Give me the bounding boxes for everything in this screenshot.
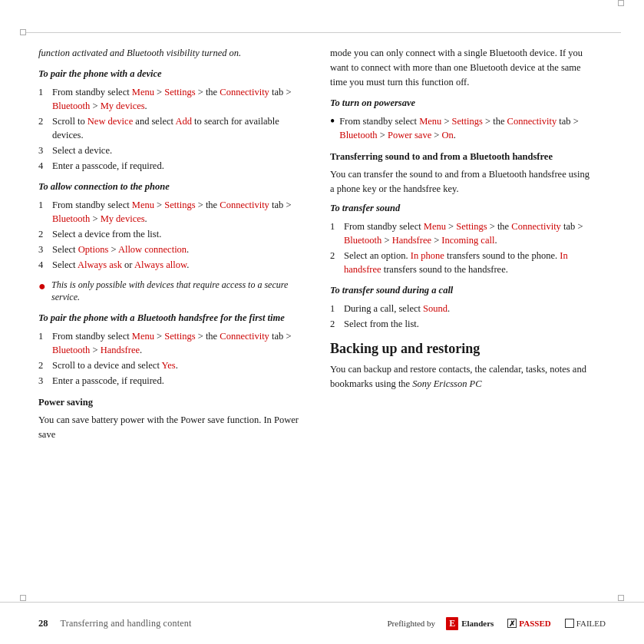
- list-num: 1: [330, 220, 344, 247]
- list-num: 2: [38, 227, 52, 241]
- preflighted-label: Preflighted by: [387, 619, 435, 628]
- footer-section-label: Transferring and handling content: [61, 618, 192, 629]
- elanders-e-icon: E: [446, 617, 458, 630]
- backing-up-heading: Backing up and restoring: [330, 340, 591, 358]
- list-text: Select from the list.: [344, 317, 591, 331]
- list-item: 4 Enter a passcode, if required.: [38, 159, 307, 173]
- link-in-phone[interactable]: In phone: [411, 250, 444, 261]
- link-settings[interactable]: Settings: [164, 87, 195, 97]
- list-num: 4: [38, 258, 52, 272]
- section-allow-connection-heading: To allow connection to the phone: [38, 180, 307, 194]
- list-text: Select Options > Allow connection.: [52, 243, 307, 256]
- pair-device-list: 1 From standby select Menu > Settings > …: [38, 85, 307, 173]
- list-num: 2: [330, 317, 344, 331]
- page-number: 28: [38, 618, 48, 629]
- link-always-ask[interactable]: Always ask: [78, 259, 122, 270]
- link-handsfree[interactable]: Handsfree: [101, 345, 140, 355]
- list-text: Select Always ask or Always allow.: [52, 258, 307, 272]
- list-item: 3 Select a device.: [38, 144, 307, 157]
- link-settings[interactable]: Settings: [452, 116, 483, 127]
- left-column: function activated and Bluetooth visibil…: [38, 46, 322, 586]
- list-text: Enter a passcode, if required.: [52, 374, 307, 388]
- link-menu[interactable]: Menu: [419, 116, 441, 127]
- link-sound[interactable]: Sound: [423, 303, 447, 314]
- link-handsfree[interactable]: Handsfree: [392, 235, 431, 246]
- list-item: 1 During a call, select Sound.: [330, 302, 591, 315]
- note-text: This is only possible with devices that …: [51, 279, 307, 305]
- section-pair-device-heading: To pair the phone with a device: [38, 68, 307, 81]
- passed-label: PASSED: [519, 619, 550, 628]
- list-item: 2 Select from the list.: [330, 317, 591, 331]
- link-incoming-call[interactable]: Incoming call: [441, 235, 494, 246]
- right-intro: mode you can only connect with a single …: [330, 46, 591, 89]
- link-in-handsfree[interactable]: In handsfree: [344, 250, 568, 275]
- list-text: Scroll to a device and select Yes.: [52, 358, 307, 372]
- list-num: 1: [38, 198, 52, 226]
- link-always-allow[interactable]: Always allow: [134, 259, 187, 270]
- link-bluetooth[interactable]: Bluetooth: [344, 235, 381, 246]
- bullet-icon: •: [330, 114, 335, 130]
- link-options[interactable]: Options: [78, 244, 109, 255]
- passed-checkbox: ✗: [507, 619, 517, 628]
- top-margin-line: [23, 32, 621, 33]
- failed-checkbox: [565, 619, 574, 628]
- link-connectivity[interactable]: Connectivity: [220, 331, 269, 342]
- list-text: Select a device from the list.: [52, 227, 307, 241]
- pair-handsfree-list: 1 From standby select Menu > Settings > …: [38, 329, 307, 388]
- link-connectivity[interactable]: Connectivity: [220, 87, 269, 97]
- transfer-sound-list: 1 From standby select Menu > Settings > …: [330, 220, 591, 277]
- link-mydevices[interactable]: My devices: [101, 101, 145, 111]
- list-num: 3: [38, 144, 52, 157]
- link-yes[interactable]: Yes: [162, 360, 176, 371]
- link-settings[interactable]: Settings: [456, 221, 487, 232]
- corner-tr: [618, 0, 624, 6]
- backing-up-body: You can backup and restore contacts, the…: [330, 362, 591, 391]
- list-num: 3: [38, 243, 52, 256]
- page-wrapper: function activated and Bluetooth visibil…: [0, 0, 644, 644]
- section-transfer-sound-heading: To transfer sound: [330, 202, 591, 216]
- transferring-sound-body: You can transfer the sound to and from a…: [330, 167, 591, 197]
- list-item: 2 Scroll to New device and select Add to…: [38, 114, 307, 142]
- list-item: 4 Select Always ask or Always allow.: [38, 258, 307, 272]
- power-saving-heading: Power saving: [38, 395, 307, 410]
- link-allow-connection[interactable]: Allow connection: [118, 244, 187, 255]
- link-settings[interactable]: Settings: [164, 331, 195, 342]
- list-item: 3 Select Options > Allow connection.: [38, 243, 307, 256]
- list-num: 2: [38, 358, 52, 372]
- link-mydevices[interactable]: My devices: [101, 213, 145, 224]
- link-connectivity[interactable]: Connectivity: [511, 221, 561, 232]
- link-bluetooth[interactable]: Bluetooth: [339, 130, 377, 140]
- list-text: Select an option. In phone transfers sou…: [344, 249, 591, 276]
- list-item: 1 From standby select Menu > Settings > …: [38, 198, 307, 226]
- list-item: 2 Select a device from the list.: [38, 227, 307, 241]
- section-transfer-call-heading: To transfer sound during a call: [330, 284, 591, 298]
- link-bluetooth[interactable]: Bluetooth: [52, 213, 90, 224]
- list-text: From standby select Menu > Settings > th…: [52, 198, 307, 226]
- list-num: 2: [330, 249, 344, 276]
- link-on[interactable]: On: [442, 130, 454, 140]
- link-connectivity[interactable]: Connectivity: [507, 116, 557, 127]
- failed-label: FAILED: [576, 619, 606, 628]
- footer-preflighted: Preflighted by E Elanders ✗ PASSED FAILE…: [387, 617, 606, 630]
- list-text: From standby select Menu > Settings > th…: [344, 220, 591, 247]
- link-powersave[interactable]: Power save: [388, 130, 431, 140]
- link-newdevice[interactable]: New device: [88, 116, 133, 127]
- link-menu[interactable]: Menu: [132, 331, 154, 342]
- link-menu[interactable]: Menu: [424, 221, 446, 232]
- link-bluetooth[interactable]: Bluetooth: [52, 345, 90, 355]
- link-add[interactable]: Add: [175, 116, 192, 127]
- link-menu[interactable]: Menu: [132, 200, 154, 210]
- link-menu[interactable]: Menu: [132, 87, 154, 97]
- corner-tl: [20, 29, 26, 35]
- link-connectivity[interactable]: Connectivity: [220, 200, 269, 210]
- list-item: 2 Scroll to a device and select Yes.: [38, 358, 307, 372]
- note-block: ● This is only possible with devices tha…: [38, 279, 307, 305]
- link-bluetooth[interactable]: Bluetooth: [52, 101, 90, 111]
- list-num: 1: [38, 85, 52, 113]
- list-text: From standby select Menu > Settings > th…: [52, 85, 307, 113]
- powersave-bullet: • From standby select Menu > Settings > …: [330, 114, 591, 142]
- link-settings[interactable]: Settings: [164, 200, 195, 210]
- footer: 28 Transferring and handling content Pre…: [0, 602, 644, 644]
- failed-box: FAILED: [565, 619, 606, 628]
- elanders-logo: E Elanders: [446, 617, 494, 630]
